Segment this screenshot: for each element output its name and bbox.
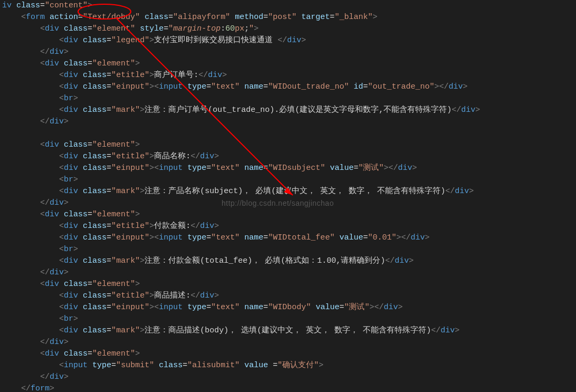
partial-tag: iv (2, 1, 12, 10)
code-block: iv class="content"> <form action="Text/d… (0, 0, 576, 392)
